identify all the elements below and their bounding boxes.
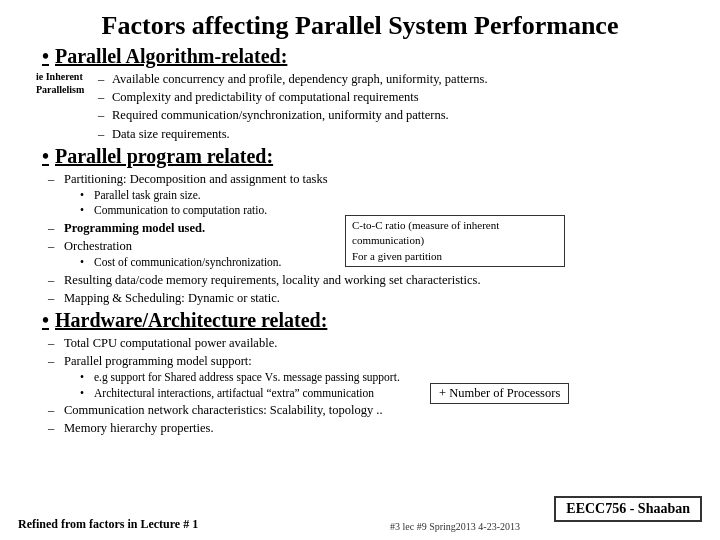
section1-heading: Parallel Algorithm-related: — [42, 45, 702, 68]
list-item: Complexity and predictability of computa… — [98, 88, 702, 106]
list-item: Total CPU computational power available. — [48, 334, 702, 352]
number-processors-box: + Number of Processors — [430, 383, 569, 404]
slide-title: Factors affecting Parallel System Perfor… — [18, 10, 702, 41]
section2-heading: Parallel program related: — [42, 145, 702, 168]
list-item: Data size requirements. — [98, 125, 702, 143]
section3-list: Total CPU computational power available.… — [48, 334, 702, 438]
list-item: Required communication/synchronization, … — [98, 106, 702, 124]
sub-item: Parallel task grain size. — [80, 188, 702, 204]
sub-item: Architectural interactions, artifactual … — [80, 386, 702, 402]
section3-heading: Hardware/Architecture related: — [42, 309, 702, 332]
list-item: Memory hierarchy properties. — [48, 419, 702, 437]
sub-item: e.g support for Shared address space Vs.… — [80, 370, 702, 386]
list-item: Mapping & Scheduling: Dynamic or static. — [48, 289, 702, 307]
list-item: Communication network characteristics: S… — [48, 401, 702, 419]
slide: Factors affecting Parallel System Perfor… — [0, 0, 720, 540]
list-item: Partitioning: Decomposition and assignme… — [48, 170, 702, 219]
list-item: Parallel programming model support: e.g … — [48, 352, 702, 401]
bottom-right-text: #3 lec #9 Spring2013 4-23-2013 — [390, 521, 520, 532]
list-item: Resulting data/code memory requirements,… — [48, 271, 702, 289]
list-item: Available concurrency and profile, depen… — [98, 70, 702, 88]
section-algorithm: Parallel Algorithm-related: ie Inherent … — [18, 45, 702, 143]
section-hardware: Hardware/Architecture related: Total CPU… — [18, 309, 702, 438]
sub-list: e.g support for Shared address space Vs.… — [80, 370, 702, 401]
section1-list: Available concurrency and profile, depen… — [98, 70, 702, 143]
eecc-box: EECC756 - Shaaban — [554, 496, 702, 522]
inherent-label: ie Inherent Parallelism — [36, 70, 94, 96]
bottom-left-text: Refined from factors in Lecture # 1 — [18, 517, 198, 532]
tooltip-box: C-to-C ratio (measure of inherent commun… — [345, 215, 565, 267]
